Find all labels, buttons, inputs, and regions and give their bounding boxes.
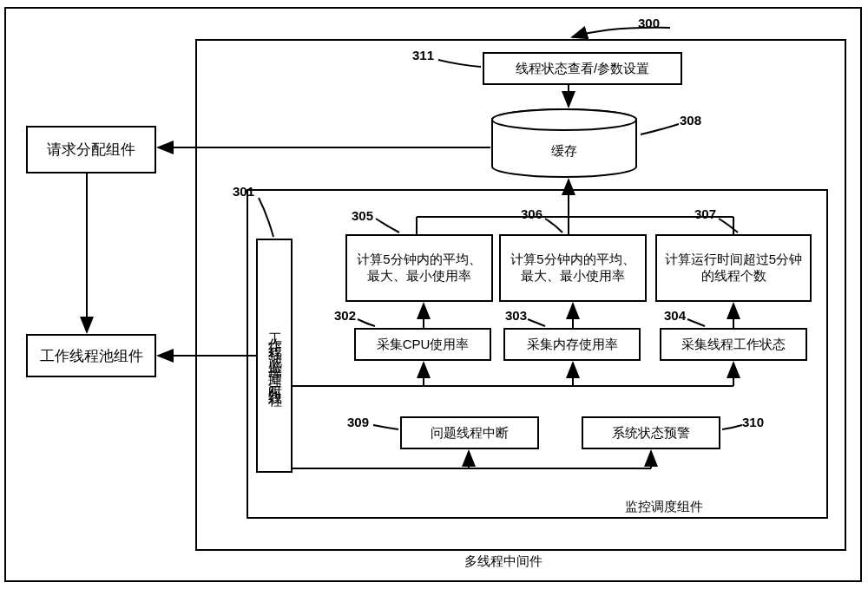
system-alert-box: 系统状态预警 — [582, 416, 720, 449]
monitor-thread-box: 工作线程池监控管理定时线程 — [256, 239, 293, 473]
problem-interrupt-box: 问题线程中断 — [400, 416, 539, 449]
system-alert-label: 系统状态预警 — [612, 425, 690, 442]
request-label: 请求分配组件 — [47, 140, 135, 160]
view-params-box: 线程状态查看/参数设置 — [483, 52, 682, 85]
ref-304: 304 — [664, 308, 686, 323]
cache-cylinder: 缓存 — [490, 108, 638, 178]
calc-thread-box: 计算运行时间超过5分钟的线程个数 — [655, 234, 812, 302]
calc-mem-label: 计算5分钟内的平均、最大、最小使用率 — [504, 252, 641, 285]
collect-mem-box: 采集内存使用率 — [503, 328, 641, 361]
request-allocation-box: 请求分配组件 — [26, 126, 156, 173]
ref-308: 308 — [680, 113, 701, 128]
collect-mem-label: 采集内存使用率 — [527, 337, 618, 353]
ref-301: 301 — [233, 184, 254, 199]
collect-cpu-box: 采集CPU使用率 — [354, 328, 491, 361]
calc-thread-label: 计算运行时间超过5分钟的线程个数 — [661, 252, 806, 285]
problem-interrupt-label: 问题线程中断 — [431, 425, 509, 442]
calc-mem-box: 计算5分钟内的平均、最大、最小使用率 — [499, 234, 647, 302]
calc-cpu-label: 计算5分钟内的平均、最大、最小使用率 — [351, 252, 488, 285]
cache-label: 缓存 — [490, 143, 638, 160]
ref-302: 302 — [334, 308, 356, 323]
svg-point-1 — [492, 109, 636, 130]
ref-303: 303 — [505, 308, 527, 323]
thread-pool-box: 工作线程池组件 — [26, 334, 156, 377]
collect-thread-box: 采集线程工作状态 — [660, 328, 807, 361]
ref-306: 306 — [521, 206, 542, 221]
ref-300: 300 — [638, 16, 660, 30]
monitor-thread-label: 工作线程池监控管理定时线程 — [266, 322, 284, 389]
inner-caption: 监控调度组件 — [625, 499, 703, 515]
ref-311: 311 — [412, 48, 434, 62]
collect-thread-label: 采集线程工作状态 — [681, 337, 786, 353]
ref-310: 310 — [742, 415, 764, 429]
collect-cpu-label: 采集CPU使用率 — [377, 337, 470, 353]
ref-305: 305 — [352, 208, 373, 223]
threadpool-label: 工作线程池组件 — [40, 346, 143, 366]
ref-309: 309 — [347, 415, 369, 429]
calc-cpu-box: 计算5分钟内的平均、最大、最小使用率 — [345, 234, 493, 302]
outer-caption: 多线程中间件 — [464, 553, 542, 570]
view-params-label: 线程状态查看/参数设置 — [516, 61, 649, 77]
ref-307: 307 — [694, 206, 716, 221]
